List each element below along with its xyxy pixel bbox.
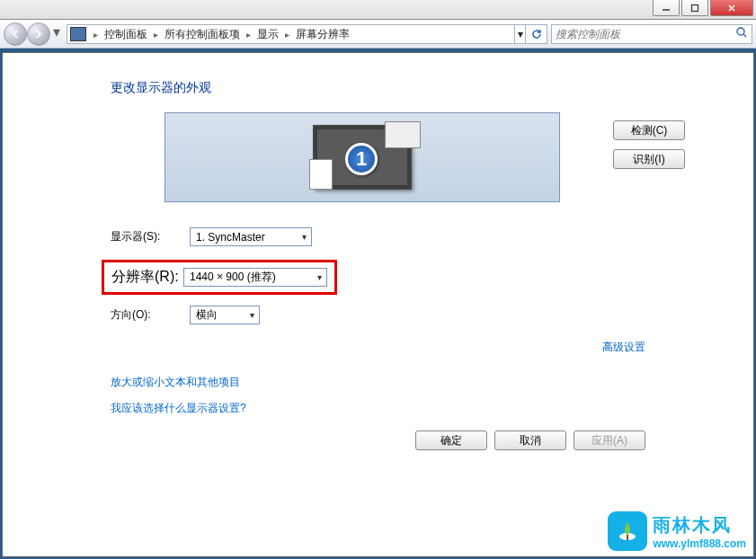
resolution-highlight: 分辨率(R): 1440 × 900 (推荐) (102, 260, 337, 295)
help-link[interactable]: 我应该选择什么显示器设置? (111, 402, 246, 414)
close-button[interactable] (710, 0, 753, 16)
nav-history-dropdown[interactable]: ▾ (50, 22, 63, 40)
main-panel: 更改显示器的外观 1 检测(C) 识别(I) 显示器(S): 1. SyncMa… (2, 52, 754, 557)
search-icon[interactable] (735, 26, 748, 42)
breadcrumb-dropdown[interactable]: ▾ (514, 24, 525, 44)
advanced-settings-link[interactable]: 高级设置 (602, 341, 645, 353)
control-panel-icon (70, 27, 86, 41)
breadcrumb-item[interactable]: 屏幕分辨率 (294, 27, 351, 42)
breadcrumb-item[interactable]: 所有控制面板项 (163, 27, 242, 42)
nav-back-button[interactable] (4, 22, 27, 46)
page-title: 更改显示器的外观 (111, 80, 645, 96)
breadcrumb-item[interactable]: 控制面板 (102, 27, 149, 42)
svg-point-4 (737, 28, 744, 35)
svg-rect-1 (692, 4, 698, 11)
ok-button[interactable]: 确定 (415, 430, 487, 450)
nav-forward-button[interactable] (27, 22, 50, 46)
maximize-button[interactable] (681, 0, 708, 16)
chevron-right-icon: ▸ (280, 30, 294, 40)
refresh-icon[interactable] (525, 24, 547, 44)
display-select[interactable]: 1. SyncMaster (190, 227, 312, 246)
text-size-link[interactable]: 放大或缩小文本和其他项目 (111, 376, 240, 388)
dialog-buttons: 确定 取消 应用(A) (415, 430, 645, 450)
display-preview[interactable]: 1 检测(C) 识别(I) (165, 112, 560, 202)
monitor-thumbnail[interactable]: 1 (313, 125, 412, 190)
nav-bar: ▾ ▸ 控制面板 ▸ 所有控制面板项 ▸ 显示 ▸ 屏幕分辨率 ▾ (0, 20, 756, 49)
watermark-icon (608, 511, 647, 551)
breadcrumb[interactable]: ▸ 控制面板 ▸ 所有控制面板项 ▸ 显示 ▸ 屏幕分辨率 ▾ (67, 24, 547, 44)
title-bar (0, 0, 756, 20)
resolution-select[interactable]: 1440 × 900 (推荐) (183, 268, 327, 287)
window-icon (309, 159, 333, 190)
display-label: 显示器(S): (111, 229, 190, 244)
window-icon (385, 121, 421, 148)
settings-form: 显示器(S): 1. SyncMaster 分辨率(R): 1440 × 900… (111, 227, 645, 324)
breadcrumb-item[interactable]: 显示 (255, 27, 280, 42)
cancel-button[interactable]: 取消 (494, 430, 566, 450)
watermark: 雨林木风 www.ylmf888.com (608, 511, 746, 551)
chevron-right-icon: ▸ (89, 30, 102, 40)
svg-line-5 (743, 34, 746, 37)
search-box[interactable] (551, 24, 752, 44)
identify-button[interactable]: 识别(I) (613, 149, 685, 169)
watermark-title: 雨林木风 (653, 513, 746, 537)
resolution-label: 分辨率(R): (111, 268, 183, 287)
orientation-select[interactable]: 横向 (190, 306, 260, 324)
minimize-button[interactable] (653, 0, 680, 16)
monitor-number-badge: 1 (345, 143, 378, 175)
detect-button[interactable]: 检测(C) (613, 120, 685, 140)
chevron-right-icon: ▸ (149, 30, 163, 40)
orientation-label: 方向(O): (111, 307, 190, 323)
watermark-url: www.ylmf888.com (653, 537, 746, 550)
apply-button[interactable]: 应用(A) (574, 430, 645, 450)
search-input[interactable] (556, 28, 735, 40)
chevron-right-icon: ▸ (242, 30, 255, 40)
